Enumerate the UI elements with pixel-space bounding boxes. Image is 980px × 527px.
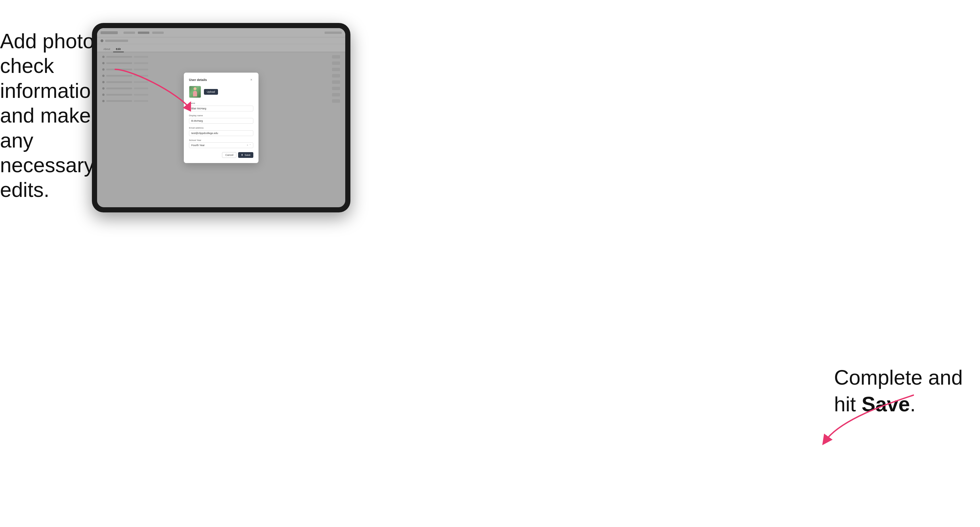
name-label: Name (189, 102, 253, 105)
upload-photo-button[interactable]: Upload (204, 89, 218, 95)
name-input[interactable] (189, 106, 253, 111)
modal-close-button[interactable]: × (249, 78, 253, 82)
photo-thumbnail (189, 86, 201, 98)
select-clear-icon[interactable]: × (247, 144, 248, 146)
user-details-modal: User details × Upload Name (184, 73, 258, 163)
modal-overlay: User details × Upload Name (97, 28, 345, 207)
save-label: Save (244, 154, 250, 156)
tablet-screen: About Edit (97, 28, 345, 207)
school-year-field-group: School Year Fourth Year × ⌃ (189, 139, 253, 148)
modal-header: User details × (189, 78, 253, 82)
save-icon: ⬆ (241, 154, 243, 156)
photo-section: Upload (189, 86, 253, 98)
modal-title: User details (189, 78, 207, 81)
school-year-label: School Year (189, 139, 253, 141)
name-field-group: Name (189, 102, 253, 111)
email-input[interactable] (189, 130, 253, 136)
photo-figure-head (194, 87, 196, 90)
display-name-label: Display name (189, 114, 253, 117)
annotation-arrow-right (822, 389, 914, 447)
email-label: Email address (189, 127, 253, 129)
select-controls: × ⌃ (247, 144, 251, 146)
modal-footer: Cancel ⬆ Save (189, 152, 253, 158)
display-name-input[interactable] (189, 118, 253, 124)
school-year-value: Fourth Year (191, 144, 205, 147)
email-field-group: Email address (189, 127, 253, 136)
photo-figure-body (193, 91, 197, 97)
cancel-button[interactable]: Cancel (222, 152, 236, 158)
school-year-select[interactable]: Fourth Year × ⌃ (189, 142, 253, 148)
annotation-right-line1: Complete and (834, 366, 963, 389)
chevron-down-icon[interactable]: ⌃ (249, 144, 251, 146)
display-name-field-group: Display name (189, 114, 253, 124)
tablet-device: About Edit (92, 23, 350, 213)
annotation-left-text: Add photo, check information and make an… (0, 30, 102, 201)
save-button[interactable]: ⬆ Save (238, 152, 253, 158)
